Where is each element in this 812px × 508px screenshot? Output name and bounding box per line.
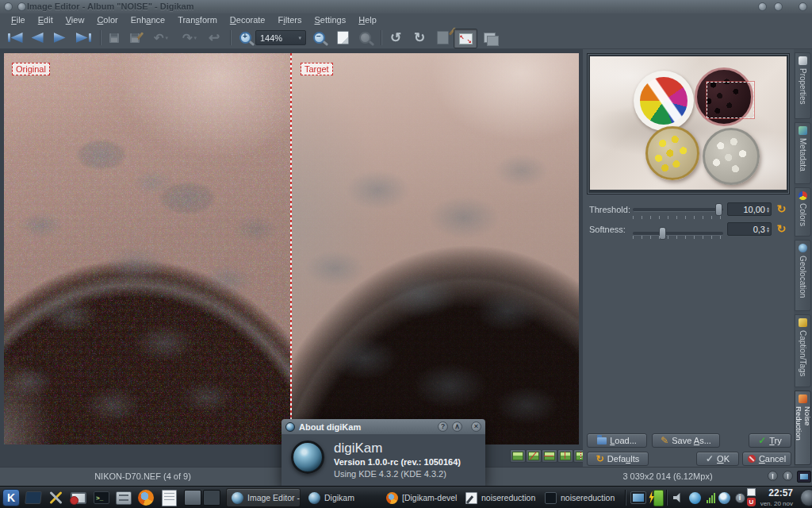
kmenu-button[interactable]: K bbox=[2, 488, 21, 507]
ok-button[interactable]: ✓ OK bbox=[696, 452, 739, 466]
digikam-icon bbox=[232, 492, 243, 504]
task-image-editor[interactable]: Image Editor - A bbox=[226, 488, 301, 507]
tab-caption-tags[interactable]: Caption/Tags bbox=[795, 314, 811, 387]
system-settings-launcher[interactable] bbox=[69, 488, 88, 507]
color-managed-view-button[interactable] bbox=[797, 471, 811, 483]
desktop-1-cell[interactable] bbox=[184, 490, 201, 506]
menu-filters[interactable]: Filters bbox=[272, 14, 308, 25]
fullscreen-toggle-button[interactable]: ↖↘ bbox=[454, 29, 477, 48]
fit-to-selection-button[interactable] bbox=[355, 29, 374, 47]
menu-edit[interactable]: Edit bbox=[32, 14, 59, 25]
battery-icon bbox=[653, 490, 664, 506]
zoom-level-combo[interactable]: 144%▾ bbox=[255, 30, 306, 45]
window-menu-button[interactable] bbox=[4, 2, 13, 11]
zoom-region-marker[interactable] bbox=[707, 82, 754, 118]
rotate-left-button[interactable]: ↺ bbox=[385, 29, 406, 47]
threshold-slider[interactable] bbox=[633, 208, 723, 212]
threshold-spinbox[interactable]: 10,00 ▴▾ bbox=[727, 202, 772, 216]
previous-image-button[interactable] bbox=[29, 29, 46, 47]
menu-color[interactable]: Color bbox=[90, 14, 124, 25]
task-noisereduction-konsole[interactable]: noisereduction bbox=[540, 488, 619, 507]
documents-launcher[interactable] bbox=[159, 488, 178, 507]
target-image-pane[interactable] bbox=[292, 53, 579, 444]
system-tools-launcher[interactable] bbox=[46, 488, 65, 507]
spin-arrows-icon[interactable]: ▴▾ bbox=[767, 206, 769, 213]
menu-file[interactable]: File bbox=[5, 14, 32, 25]
load-button[interactable]: Load... bbox=[587, 433, 647, 448]
next-image-button[interactable] bbox=[51, 29, 68, 47]
menu-transform[interactable]: Transform bbox=[171, 14, 224, 25]
taskbar: K >_ Image Editor - A Digikam [Digikam-d… bbox=[0, 486, 812, 508]
preview-thumbnail[interactable] bbox=[590, 56, 787, 190]
threshold-reset-button[interactable]: ↺ bbox=[777, 203, 787, 214]
defaults-button[interactable]: ↺ Defaults bbox=[587, 452, 649, 466]
help-button[interactable]: ? bbox=[438, 421, 448, 432]
first-image-button[interactable] bbox=[5, 29, 25, 47]
task-digikam-devel[interactable]: [Digikam-devel bbox=[381, 488, 458, 507]
about-dialog-titlebar[interactable]: About digiKam ? ∧ × bbox=[282, 419, 485, 434]
save-as-button[interactable] bbox=[125, 29, 144, 47]
preview-mode-full-button[interactable] bbox=[510, 449, 526, 463]
maximize-button[interactable] bbox=[774, 2, 783, 11]
preview-mode-vsplit-button[interactable] bbox=[557, 449, 573, 463]
task-noisereduction-kwrite[interactable]: noisereduction bbox=[461, 488, 538, 507]
klipper-tray-icon[interactable] bbox=[747, 488, 756, 496]
preview-mode-hsplit-button[interactable] bbox=[542, 449, 557, 463]
spin-arrows-icon[interactable]: ▴▾ bbox=[767, 226, 769, 233]
menu-settings[interactable]: Settings bbox=[308, 14, 352, 25]
window-pin-button[interactable] bbox=[17, 2, 26, 11]
try-button[interactable]: ✓ Try bbox=[749, 433, 791, 448]
file-manager-launcher[interactable] bbox=[114, 488, 133, 507]
save-button[interactable] bbox=[105, 29, 123, 47]
battery-tray-icon[interactable] bbox=[649, 488, 668, 507]
tab-metadata[interactable]: Metadata bbox=[795, 122, 811, 184]
save-as-button-panel[interactable]: ✎ Save As... bbox=[652, 433, 720, 448]
softness-reset-button[interactable]: ↺ bbox=[777, 223, 787, 234]
preview-mode-diagonal-button[interactable] bbox=[526, 449, 542, 463]
tab-noise-reduction[interactable]: Noise Reduction bbox=[795, 391, 811, 465]
zoom-in-button[interactable]: + bbox=[236, 29, 255, 47]
original-image-pane[interactable] bbox=[4, 53, 290, 444]
menu-decorate[interactable]: Decorate bbox=[224, 14, 272, 25]
tab-colors[interactable]: Colors bbox=[795, 187, 811, 237]
revert-button[interactable]: ↩ bbox=[205, 29, 224, 47]
cancel-button[interactable]: Cancel bbox=[742, 452, 791, 466]
rotate-right-button[interactable]: ↻ bbox=[409, 29, 430, 47]
window-titlebar[interactable]: Image Editor - Album "NOISE" - Digikam bbox=[0, 0, 812, 13]
shade-button[interactable]: ∧ bbox=[452, 421, 462, 432]
overexposure-indicator-button[interactable]: ! bbox=[783, 471, 793, 481]
close-button[interactable] bbox=[799, 2, 807, 11]
softness-spinbox[interactable]: 0,3 ▴▾ bbox=[727, 222, 772, 236]
minimize-button[interactable] bbox=[758, 2, 767, 11]
tray-separator bbox=[666, 490, 668, 506]
softness-value: 0,3 bbox=[753, 225, 765, 234]
konsole-launcher[interactable] bbox=[24, 488, 43, 507]
task-label: noisereduction bbox=[481, 493, 535, 502]
update-notifier-tray-icon[interactable]: U bbox=[747, 498, 756, 506]
close-dialog-button[interactable]: × bbox=[471, 421, 481, 432]
tab-properties[interactable]: Properties bbox=[795, 52, 811, 119]
tab-geolocation[interactable]: Geolocation bbox=[795, 240, 811, 311]
defaults-icon: ↺ bbox=[596, 454, 604, 464]
plasma-cashew[interactable] bbox=[800, 489, 812, 506]
preview-split-separator[interactable] bbox=[290, 53, 292, 444]
menu-view[interactable]: View bbox=[59, 14, 91, 25]
digital-clock[interactable]: 22:57 ven. 20 nov bbox=[760, 488, 793, 508]
redo-button[interactable]: ↷▾ bbox=[178, 29, 201, 47]
load-label: Load... bbox=[610, 436, 637, 445]
slideshow-button[interactable] bbox=[479, 29, 500, 47]
undo-button[interactable]: ↶▾ bbox=[149, 29, 173, 47]
threshold-slider-handle[interactable] bbox=[715, 203, 722, 216]
fit-to-window-button[interactable] bbox=[333, 29, 352, 47]
firefox-launcher[interactable] bbox=[136, 488, 155, 507]
menu-enhance[interactable]: Enhance bbox=[124, 14, 171, 25]
zoom-out-button[interactable]: − bbox=[309, 29, 328, 47]
desktop-2-cell[interactable] bbox=[203, 490, 220, 506]
underexposure-indicator-button[interactable]: ! bbox=[768, 471, 778, 481]
task-digikam[interactable]: Digikam bbox=[304, 488, 379, 507]
crop-button[interactable] bbox=[433, 29, 452, 47]
last-image-button[interactable] bbox=[73, 29, 94, 47]
display-tray-icon[interactable] bbox=[629, 488, 648, 507]
menu-help[interactable]: Help bbox=[352, 14, 383, 25]
terminal-launcher[interactable]: >_ bbox=[92, 488, 111, 507]
